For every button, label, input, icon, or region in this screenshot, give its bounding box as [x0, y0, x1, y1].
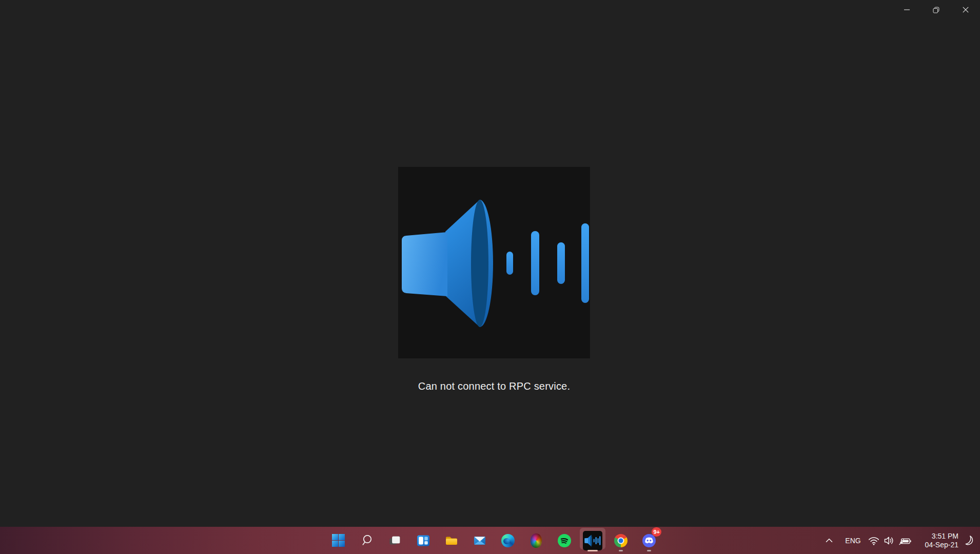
running-indicator	[619, 550, 623, 551]
start-button[interactable]	[324, 527, 352, 554]
notification-badge: 9+	[652, 527, 661, 537]
mail-icon	[473, 534, 486, 547]
tray-overflow-button[interactable]	[819, 527, 839, 554]
file-explorer-button[interactable]	[437, 527, 465, 554]
search-button[interactable]	[352, 527, 381, 554]
moon-icon	[963, 534, 975, 546]
speaker-icon	[398, 167, 590, 358]
widgets-button[interactable]	[409, 527, 437, 554]
windows-start-icon	[332, 534, 345, 547]
colorful-app-icon	[531, 533, 542, 548]
clock-date: 04-Sep-21	[925, 541, 958, 549]
edge-button[interactable]	[494, 527, 522, 554]
task-view-icon	[388, 534, 402, 547]
language-label: ENG	[845, 537, 860, 545]
media-app-button[interactable]	[522, 527, 550, 554]
spotify-icon	[558, 534, 571, 547]
night-mode-button[interactable]	[959, 527, 978, 554]
restore-icon	[933, 7, 939, 13]
language-indicator[interactable]: ENG	[839, 527, 867, 554]
active-indicator	[587, 550, 598, 551]
volume-app-button[interactable]	[578, 527, 606, 554]
speaker-icon	[583, 531, 602, 550]
minimize-button[interactable]	[892, 0, 922, 20]
restore-button[interactable]	[922, 0, 951, 20]
widgets-icon	[417, 534, 430, 547]
app-window: Can not connect to RPC service.	[0, 0, 980, 527]
edge-icon	[501, 534, 515, 547]
close-icon	[963, 7, 969, 13]
clock[interactable]: 3:51 PM 04-Sep-21	[912, 527, 959, 554]
network-volume-battery-button[interactable]	[867, 527, 912, 554]
window-content: Can not connect to RPC service.	[340, 167, 648, 392]
chevron-up-icon	[824, 535, 835, 546]
desktop-screen: Can not connect to RPC service.	[0, 0, 980, 554]
wifi-icon	[868, 534, 880, 547]
error-message: Can not connect to RPC service.	[418, 380, 570, 392]
task-view-button[interactable]	[381, 527, 409, 554]
taskbar: 9+ ENG	[0, 527, 980, 554]
mail-button[interactable]	[465, 527, 494, 554]
clock-time: 3:51 PM	[932, 532, 958, 541]
minimize-icon	[904, 9, 910, 10]
volume-icon	[883, 534, 895, 547]
speaker-illustration	[398, 167, 590, 358]
battery-charging-icon	[898, 534, 912, 547]
spotify-button[interactable]	[550, 527, 578, 554]
search-icon	[360, 534, 374, 547]
close-button[interactable]	[951, 0, 980, 20]
window-controls	[892, 0, 980, 20]
taskbar-apps: 9+	[324, 527, 663, 554]
running-indicator	[647, 550, 651, 551]
discord-button[interactable]: 9+	[635, 527, 663, 554]
folder-icon	[445, 534, 458, 547]
chrome-button[interactable]	[606, 527, 635, 554]
system-tray: ENG	[819, 527, 978, 554]
chrome-icon	[614, 534, 628, 547]
